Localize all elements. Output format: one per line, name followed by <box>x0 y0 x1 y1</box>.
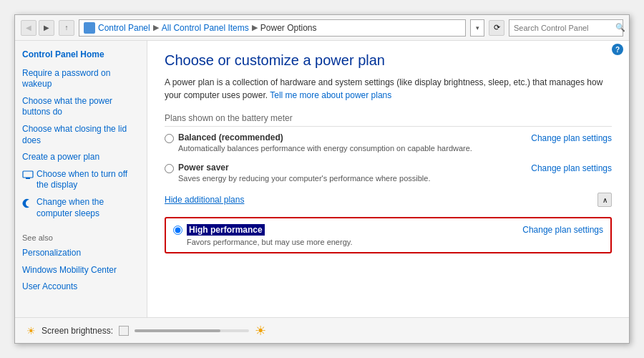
forward-button[interactable]: ▶ <box>39 20 54 36</box>
sidebar-link-create-plan[interactable]: Create a power plan <box>22 152 140 163</box>
sidebar-link-user-accounts[interactable]: User Accounts <box>22 281 140 293</box>
sidebar-link-turn-off-display[interactable]: Choose when to turn off the display <box>22 169 140 191</box>
nav-buttons: ◀ ▶ <box>21 20 54 36</box>
see-also-label: See also <box>22 233 140 242</box>
sidebar: Control Panel Home Require a password on… <box>15 41 147 317</box>
svg-rect-1 <box>26 178 30 179</box>
breadcrumb-dropdown[interactable]: ▾ <box>470 19 484 37</box>
high-performance-name: High performance <box>187 224 265 236</box>
high-performance-change-link[interactable]: Change plan settings <box>522 225 603 235</box>
svg-rect-0 <box>23 171 33 178</box>
breadcrumb-current: Power Options <box>260 23 317 33</box>
balanced-change-link[interactable]: Change plan settings <box>531 133 612 143</box>
sidebar-home-link[interactable]: Control Panel Home <box>22 49 140 61</box>
hide-additional-link[interactable]: Hide additional plans <box>165 195 244 205</box>
brightness-track <box>135 329 220 332</box>
search-box: 🔍 <box>509 19 623 37</box>
brightness-slider[interactable] <box>135 329 249 332</box>
main-window: ◀ ▶ ↑ Control Panel ▶ All Control Panel … <box>14 14 630 344</box>
sidebar-link-personalization[interactable]: Personalization <box>22 248 140 259</box>
high-performance-desc: Favors performance, but may use more ene… <box>187 238 353 246</box>
search-icon[interactable]: 🔍 <box>615 23 625 32</box>
plans-section-label: Plans shown on the battery meter <box>165 113 612 127</box>
up-button[interactable]: ↑ <box>59 20 74 36</box>
control-panel-icon <box>84 22 95 34</box>
help-button[interactable]: ? <box>612 44 623 55</box>
monitor-icon <box>22 170 34 181</box>
power-saver-plan-item: Power saver Saves energy by reducing you… <box>165 163 612 183</box>
balanced-plan-left: Balanced (recommended) Automatically bal… <box>165 132 472 153</box>
back-button[interactable]: ◀ <box>21 20 36 36</box>
search-input[interactable] <box>514 24 613 32</box>
learn-more-link[interactable]: Tell me more about power plans <box>270 90 391 100</box>
sun-icon-right: ☀ <box>255 323 266 339</box>
high-performance-radio[interactable] <box>173 226 182 235</box>
sidebar-link-password[interactable]: Require a password on wakeup <box>22 68 140 90</box>
breadcrumb-sep-2: ▶ <box>252 23 258 32</box>
address-bar: ◀ ▶ ↑ Control Panel ▶ All Control Panel … <box>15 15 629 41</box>
balanced-plan-info: Balanced (recommended) Automatically bal… <box>178 132 472 153</box>
power-saver-plan-desc: Saves energy by reducing your computer's… <box>178 174 430 183</box>
breadcrumb-sep-1: ▶ <box>153 23 159 32</box>
power-saver-plan-info: Power saver Saves energy by reducing you… <box>178 163 430 183</box>
hide-additional-section: Hide additional plans ∧ <box>165 193 612 210</box>
sidebar-link-closing-lid[interactable]: Choose what closing the lid does <box>22 124 140 146</box>
high-performance-left: High performance Favors performance, but… <box>173 224 353 246</box>
high-performance-name-box: High performance <box>187 224 353 238</box>
brightness-bar: ☀ Screen brightness: ☀ <box>15 317 629 343</box>
sidebar-links: Require a password on wakeup Choose what… <box>22 68 140 220</box>
content-area: ? Control Panel Home Require a password … <box>15 41 629 317</box>
high-performance-info: High performance Favors performance, but… <box>187 224 353 246</box>
page-description: A power plan is a collection of hardware… <box>165 76 612 102</box>
breadcrumb-control-panel[interactable]: Control Panel <box>98 23 150 33</box>
power-saver-change-link[interactable]: Change plan settings <box>531 163 612 173</box>
sidebar-link-power-buttons[interactable]: Choose what the power buttons do <box>22 96 140 118</box>
collapse-button[interactable]: ∧ <box>597 193 612 207</box>
sidebar-link-mobility-center[interactable]: Windows Mobility Center <box>22 265 140 276</box>
high-performance-plan-item: High performance Favors performance, but… <box>165 217 612 253</box>
power-saver-radio[interactable] <box>165 164 174 173</box>
main-panel: Choose or customize a power plan A power… <box>147 41 629 317</box>
sun-icon-left: ☀ <box>26 325 36 337</box>
balanced-plan-name: Balanced (recommended) <box>178 132 472 142</box>
sidebar-link-computer-sleeps[interactable]: Change when the computer sleeps <box>22 197 140 219</box>
balanced-plan-item: Balanced (recommended) Automatically bal… <box>165 132 612 153</box>
breadcrumb-all-items[interactable]: All Control Panel Items <box>162 23 249 33</box>
see-also-section: See also Personalization Windows Mobilit… <box>22 233 140 293</box>
balanced-radio[interactable] <box>165 134 174 143</box>
breadcrumb: Control Panel ▶ All Control Panel Items … <box>79 19 466 37</box>
power-saver-plan-name: Power saver <box>178 163 430 173</box>
page-title: Choose or customize a power plan <box>165 52 612 69</box>
refresh-button[interactable]: ⟳ <box>489 20 504 36</box>
power-saver-plan-left: Power saver Saves energy by reducing you… <box>165 163 430 183</box>
balanced-plan-desc: Automatically balances performance with … <box>178 144 472 153</box>
brightness-square <box>119 326 129 336</box>
brightness-label: Screen brightness: <box>42 326 113 336</box>
moon-icon <box>22 198 34 209</box>
